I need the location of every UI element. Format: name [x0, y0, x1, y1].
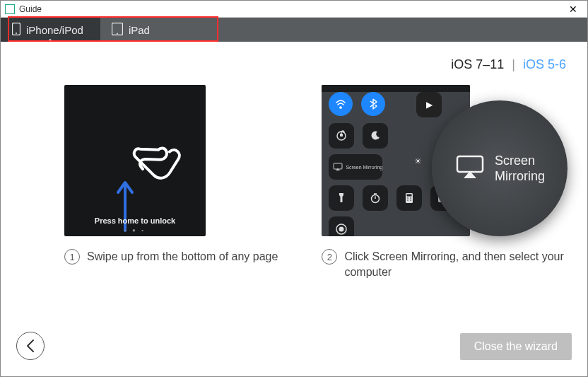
step-text: Click Screen Mirroring, and then select …	[344, 249, 572, 279]
do-not-disturb-icon	[363, 123, 388, 149]
svg-point-1	[16, 33, 17, 34]
swipe-arrow-icon	[115, 177, 135, 235]
magnifier-lens: Screen Mirroring	[432, 100, 568, 236]
svg-rect-5	[340, 134, 343, 137]
svg-rect-9	[407, 195, 412, 197]
step-text: Swipe up from the bottom of any page	[87, 249, 278, 265]
lock-screen-hint: Press home to unlock	[64, 216, 206, 225]
svg-rect-19	[457, 156, 483, 172]
step-2-illustration: ▶ Screen Mirroring	[322, 85, 566, 236]
window-titlebar: Guide ✕	[1, 1, 587, 18]
ios-version-link[interactable]: iOS 5-6	[519, 57, 570, 71]
orientation-lock-icon	[329, 123, 354, 149]
bluetooth-icon	[361, 92, 385, 116]
page-dots: • ● •	[64, 227, 206, 233]
step-1-illustration: Press home to unlock • ● •	[64, 85, 206, 236]
step-number: 1	[64, 249, 80, 265]
svg-point-12	[408, 199, 409, 201]
step-number: 2	[322, 249, 337, 265]
lens-line-2: Mirroring	[495, 168, 545, 185]
wifi-icon	[329, 92, 353, 116]
step-2: ▶ Screen Mirroring	[322, 85, 572, 279]
mirror-tile-label: Screen Mirroring	[346, 165, 382, 170]
tab-label: iPhone/iPod	[26, 24, 83, 36]
window-title: Guide	[19, 4, 42, 14]
back-button[interactable]	[16, 332, 45, 360]
timer-icon	[363, 185, 388, 211]
step-1-description: 1 Swipe up from the bottom of any page	[64, 249, 279, 265]
close-wizard-button[interactable]: Close the wizard	[460, 333, 572, 360]
tab-iphone-ipod[interactable]: iPhone/iPod	[1, 18, 100, 42]
svg-point-3	[117, 33, 118, 34]
play-icon: ▶	[416, 92, 442, 117]
svg-point-11	[411, 197, 412, 199]
ios-version-current[interactable]: iOS 7–11	[447, 57, 508, 71]
app-icon	[5, 4, 15, 14]
lens-text: Screen Mirroring	[495, 153, 545, 185]
svg-point-10	[408, 197, 409, 199]
phone-icon	[12, 23, 20, 37]
calculator-icon	[396, 185, 422, 211]
lens-line-1: Screen	[495, 153, 545, 169]
record-icon	[329, 216, 354, 236]
wizard-content: iOS 7–11 | iOS 5-6 Press home to unlock	[1, 42, 587, 377]
flashlight-icon	[329, 185, 354, 211]
tab-ipad[interactable]: iPad	[100, 18, 167, 42]
airplay-icon	[455, 154, 485, 182]
window-close-button[interactable]: ✕	[559, 1, 587, 17]
ios-version-selector: iOS 7–11 | iOS 5-6	[16, 56, 572, 85]
device-tabbar: iPhone/iPod iPad	[1, 18, 587, 42]
step-1: Press home to unlock • ● • 1 Swipe up fr…	[64, 85, 279, 265]
separator: |	[512, 57, 515, 71]
screen-mirroring-tile: Screen Mirroring	[329, 154, 382, 180]
steps-row: Press home to unlock • ● • 1 Swipe up fr…	[16, 85, 572, 279]
svg-rect-6	[334, 163, 342, 169]
step-2-description: 2 Click Screen Mirroring, and then selec…	[322, 249, 572, 279]
svg-point-13	[411, 199, 412, 201]
tablet-icon	[112, 23, 123, 37]
svg-point-18	[339, 227, 344, 232]
tab-label: iPad	[129, 24, 150, 36]
swipe-hand-icon	[128, 132, 192, 191]
